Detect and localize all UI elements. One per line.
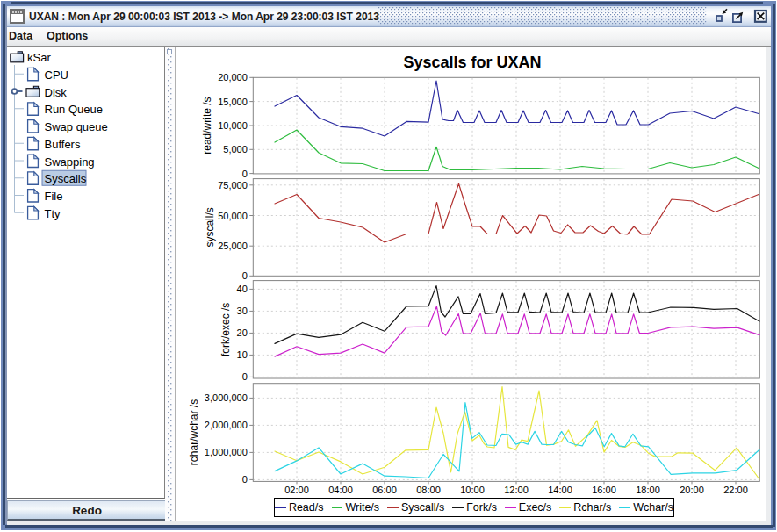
svg-text:2,000,000: 2,000,000 <box>205 420 248 430</box>
svg-text:syscall/s: syscall/s <box>204 207 216 247</box>
svg-text:16:00: 16:00 <box>592 485 616 495</box>
svg-text:kSar: kSar <box>27 51 51 64</box>
svg-text:25,000: 25,000 <box>218 241 248 251</box>
svg-text:40: 40 <box>237 284 248 294</box>
svg-text:1,000,000: 1,000,000 <box>205 447 248 457</box>
svg-text:Disk: Disk <box>45 86 68 99</box>
svg-text:Tty: Tty <box>45 207 61 220</box>
svg-text:0: 0 <box>242 169 248 179</box>
svg-text:CPU: CPU <box>45 68 68 82</box>
svg-text:0: 0 <box>242 270 248 281</box>
svg-text:Syscalls for UXAN: Syscalls for UXAN <box>403 54 541 71</box>
svg-text:Swap queue: Swap queue <box>45 120 108 133</box>
svg-text:02:00: 02:00 <box>284 485 309 495</box>
svg-text:06:00: 06:00 <box>372 485 397 495</box>
svg-text:50,000: 50,000 <box>218 211 248 221</box>
svg-text:Buffers: Buffers <box>45 138 81 151</box>
svg-text:18:00: 18:00 <box>636 485 660 495</box>
svg-text:Run Queue: Run Queue <box>45 103 104 116</box>
svg-text:04:00: 04:00 <box>328 485 353 495</box>
svg-text:22:00: 22:00 <box>723 485 748 495</box>
svg-text:10:00: 10:00 <box>460 485 485 495</box>
svg-text:5,000: 5,000 <box>223 144 248 155</box>
svg-text:Syscalls: Syscalls <box>45 172 87 185</box>
svg-text:read/write /s: read/write /s <box>202 97 214 154</box>
svg-text:10,000: 10,000 <box>218 120 248 131</box>
svg-text:15,000: 15,000 <box>218 97 248 107</box>
svg-text:20: 20 <box>237 327 248 338</box>
svg-text:rchar/wchar /s: rchar/wchar /s <box>188 399 200 465</box>
svg-text:fork/exec /s: fork/exec /s <box>220 303 233 356</box>
svg-text:Swapping: Swapping <box>45 155 95 169</box>
svg-text:10: 10 <box>237 349 248 360</box>
svg-text:0: 0 <box>242 474 248 485</box>
svg-text:08:00: 08:00 <box>416 485 441 495</box>
svg-text:30: 30 <box>237 306 248 316</box>
svg-text:20,000: 20,000 <box>218 72 248 83</box>
svg-text:12:00: 12:00 <box>504 485 529 495</box>
svg-text:0: 0 <box>242 371 248 382</box>
svg-text:3,000,000: 3,000,000 <box>205 392 248 403</box>
svg-text:File: File <box>45 190 63 203</box>
svg-text:14:00: 14:00 <box>548 485 572 495</box>
svg-text:75,000: 75,000 <box>218 180 248 191</box>
svg-text:20:00: 20:00 <box>680 485 704 495</box>
